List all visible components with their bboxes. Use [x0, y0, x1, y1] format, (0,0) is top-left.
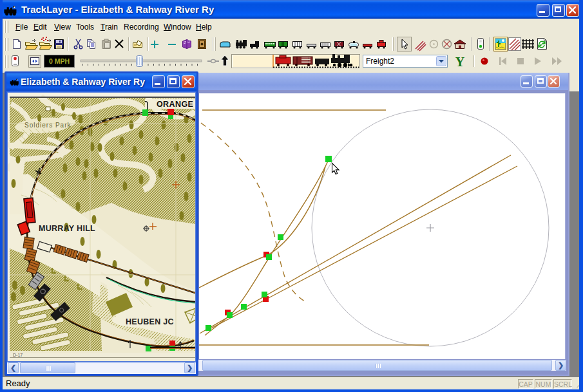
- svg-text:MURRAY HILL: MURRAY HILL: [39, 224, 95, 233]
- svg-text:Freight2: Freight2: [366, 57, 394, 66]
- svg-text:0 MPH: 0 MPH: [49, 57, 70, 65]
- svg-text:HEUBEN JC: HEUBEN JC: [126, 317, 174, 326]
- svg-text:ORANGE: ORANGE: [157, 100, 193, 109]
- svg-text:Soldiers Park: Soldiers Park: [24, 122, 71, 129]
- svg-text:D-17: D-17: [13, 353, 23, 357]
- svg-text:Y: Y: [455, 55, 465, 69]
